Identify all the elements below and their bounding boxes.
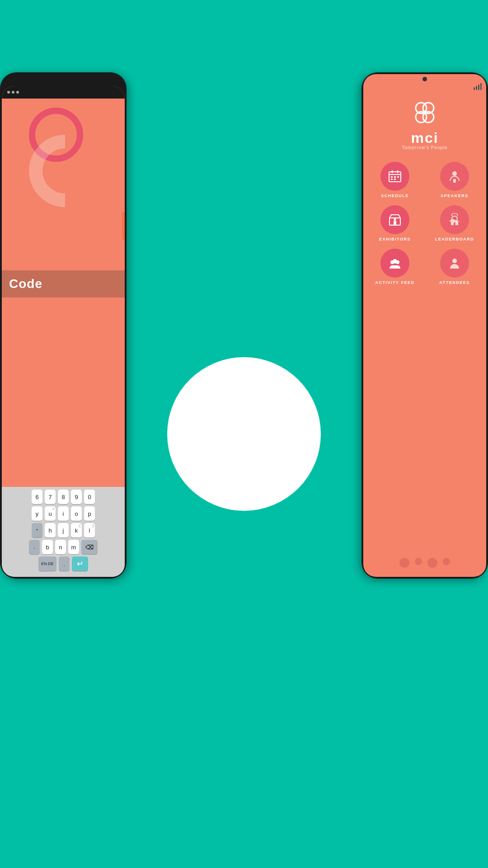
bar-2 (476, 86, 477, 90)
status-dot-2 (12, 91, 14, 94)
deco-dot-4 (443, 558, 450, 565)
menu-item-activity-feed[interactable]: ACTIVITY FEED (369, 249, 421, 285)
status-bar-left (2, 86, 125, 99)
phone-left-screen: Code 6 7 8 9 0 y u> i (2, 86, 125, 577)
menu-grid: SCHEDULE SPEAKERS (363, 155, 486, 292)
phone-left: Code 6 7 8 9 0 y u> i (0, 72, 127, 579)
center-white-circle (167, 357, 321, 511)
key-m[interactable]: m (68, 540, 79, 554)
code-label: Code (9, 277, 117, 291)
schedule-icon-circle (380, 162, 409, 191)
menu-item-schedule[interactable]: SCHEDULE (369, 162, 421, 198)
mci-flower-icon (411, 101, 438, 128)
exhibitors-label: EXHIBITORS (379, 237, 411, 241)
key-l[interactable]: l) (84, 523, 95, 538)
phone-right: mci Tomorrow's People (361, 72, 488, 579)
mci-logo-area: mci Tomorrow's People (363, 92, 486, 155)
exhibitors-icon (388, 212, 402, 227)
activity-feed-label: ACTIVITY FEED (375, 280, 415, 285)
key-asterisk[interactable]: * (32, 523, 42, 538)
menu-item-leaderboard[interactable]: LEADERBOARD (428, 205, 481, 241)
svg-rect-8 (391, 176, 393, 178)
attendees-label: ATTENDEES (439, 280, 469, 285)
speakers-icon-circle (440, 162, 469, 191)
svg-rect-14 (453, 179, 456, 183)
speakers-icon (447, 169, 462, 184)
leaderboard-icon-circle (440, 205, 469, 234)
key-p[interactable]: p (84, 506, 95, 521)
code-input-area[interactable]: Code (2, 270, 125, 297)
bar-3 (478, 85, 479, 90)
svg-point-22 (452, 259, 457, 263)
key-b[interactable]: b (42, 540, 53, 554)
svg-point-13 (452, 171, 457, 176)
key-o[interactable]: o (71, 506, 82, 521)
key-enter[interactable]: ↵ (72, 557, 88, 571)
keyboard[interactable]: 6 7 8 9 0 y u> i o p * (2, 487, 125, 577)
status-bar-right (363, 81, 486, 92)
exhibitors-icon-circle (380, 205, 409, 234)
mci-tagline: Tomorrow's People (402, 145, 448, 150)
key-u[interactable]: u> (45, 506, 56, 521)
svg-rect-12 (394, 179, 396, 180)
mci-brand-text: mci (411, 131, 438, 145)
status-dot-1 (7, 91, 10, 94)
key-lang[interactable]: EN·DE (38, 557, 56, 571)
bar-1 (474, 87, 475, 90)
deco-dot-1 (399, 558, 409, 568)
key-7[interactable]: 7 (45, 490, 56, 504)
camera-area (363, 74, 486, 81)
key-0[interactable]: 0 (84, 490, 95, 504)
schedule-label: SCHEDULE (381, 193, 409, 198)
leaderboard-icon (447, 212, 462, 227)
key-8[interactable]: 8 (58, 490, 69, 504)
key-y[interactable]: y (32, 506, 42, 521)
svg-rect-11 (391, 179, 393, 180)
svg-point-21 (393, 259, 397, 264)
key-9[interactable]: 9 (71, 490, 82, 504)
activity-feed-icon (388, 256, 402, 270)
menu-item-speakers[interactable]: SPEAKERS (428, 162, 481, 198)
deco-dot-2 (415, 558, 422, 565)
bar-4 (480, 83, 482, 90)
key-h[interactable]: h (45, 523, 56, 538)
svg-rect-16 (394, 221, 396, 225)
svg-point-17 (394, 218, 396, 221)
key-i[interactable]: i (58, 506, 69, 521)
menu-item-attendees[interactable]: ATTENDEES (428, 249, 481, 285)
attendees-icon-circle (440, 249, 469, 278)
svg-rect-10 (397, 176, 399, 178)
keyboard-row-5: EN·DE . ↵ (4, 557, 123, 571)
camera-dot (422, 77, 427, 81)
left-phone-decorative-top (2, 99, 125, 270)
status-dot-3 (16, 91, 19, 94)
key-6[interactable]: 6 (32, 490, 42, 504)
activity-feed-icon-circle (380, 249, 409, 278)
decorative-dots-bottom (363, 558, 486, 568)
svg-rect-9 (394, 176, 396, 178)
leaderboard-label: LEADERBOARD (435, 237, 474, 241)
speakers-label: SPEAKERS (441, 193, 469, 198)
keyboard-row-3: * h j k( l) (4, 523, 123, 538)
keyboard-row-2: y u> i o p (4, 506, 123, 521)
attendees-icon (447, 256, 462, 270)
key-dot[interactable]: . (59, 557, 70, 571)
key-k[interactable]: k( (71, 523, 82, 538)
key-n[interactable]: n (55, 540, 66, 554)
keyboard-row-4: , b n m ⌫ (4, 540, 123, 554)
deco-dot-3 (427, 558, 437, 568)
menu-item-exhibitors[interactable]: EXHIBITORS (369, 205, 421, 241)
signal-bars (474, 83, 482, 90)
keyboard-row-numbers: 6 7 8 9 0 (4, 490, 123, 504)
key-j[interactable]: j (58, 523, 69, 538)
phone-right-screen: mci Tomorrow's People (363, 74, 486, 577)
scene: Code 6 7 8 9 0 y u> i (0, 0, 488, 868)
key-comma[interactable]: , (29, 540, 40, 554)
schedule-icon (388, 169, 402, 184)
orange-side-tab (122, 212, 125, 240)
key-backspace[interactable]: ⌫ (81, 540, 98, 554)
